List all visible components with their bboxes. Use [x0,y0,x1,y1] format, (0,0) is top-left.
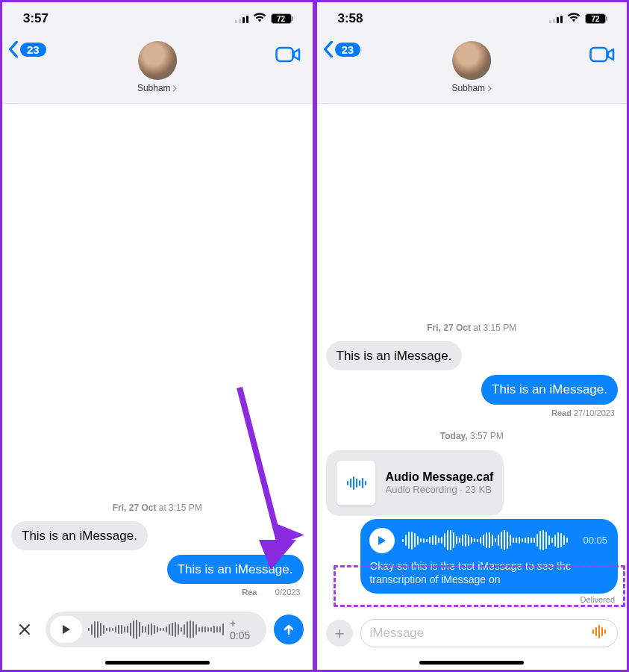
timestamp: Today, 3:57 PM [326,431,619,441]
audio-compose-bar: + 0:05 [2,604,313,670]
cellular-signal-icon [549,14,563,23]
read-receipt: Rea 0/2023 [11,588,301,597]
battery-icon: 72 [585,13,606,24]
message-bubble-outgoing[interactable]: This is an iMessage. [167,555,304,584]
contact-header[interactable]: Subham [137,41,178,93]
navigation-bar: 23 Subham [2,35,313,104]
back-button[interactable]: 23 [323,41,361,57]
timestamp: Fri, 27 Oct at 3:15 PM [11,503,304,513]
svg-rect-0 [276,48,292,61]
status-bar: 3:58 72 [317,2,628,35]
contact-name: Subham [137,83,171,93]
input-placeholder: iMessage [370,626,425,641]
audio-message-bubble[interactable]: 00:05 Okay so this is the test iMessage … [360,519,618,594]
cellular-signal-icon [235,14,248,23]
play-button[interactable] [369,528,395,553]
audio-file-icon [337,461,375,505]
contact-name: Subham [451,83,485,93]
home-indicator[interactable] [419,661,524,665]
battery-icon: 72 [271,13,292,24]
file-details: Audio Recording · 23 KB [386,484,494,495]
navigation-bar: 23 Subham [317,35,628,104]
status-time: 3:58 [338,11,363,26]
wifi-icon [253,11,266,26]
back-button[interactable]: 23 [8,41,46,57]
message-bubble-outgoing[interactable]: This is an iMessage. [481,375,618,404]
waveform-icon [402,529,575,552]
audio-transcript: Okay so this is the test iMessage to see… [369,559,607,586]
unread-badge: 23 [20,43,46,57]
svg-rect-4 [591,48,607,61]
status-time: 3:57 [23,11,48,26]
add-button[interactable]: ＋ [326,620,353,647]
avatar [138,41,177,80]
read-receipt: Read 27/10/2023 [326,408,616,417]
audio-duration: + 0:05 [230,617,258,641]
play-button[interactable] [50,616,82,643]
cancel-button[interactable] [11,616,38,643]
avatar [452,41,491,80]
send-button[interactable] [274,615,304,644]
audio-preview[interactable]: + 0:05 [46,612,266,647]
facetime-button[interactable] [275,41,301,66]
message-bubble-incoming[interactable]: This is an iMessage. [326,341,463,370]
facetime-button[interactable] [589,41,615,66]
unread-badge: 23 [335,43,361,57]
timestamp: Fri, 27 Oct at 3:15 PM [326,323,619,333]
contact-header[interactable]: Subham [451,41,492,93]
file-attachment[interactable]: Audio Message.caf Audio Recording · 23 K… [326,450,504,516]
message-input[interactable]: iMessage [360,619,619,647]
audio-record-icon[interactable] [592,625,608,641]
message-bubble-incoming[interactable]: This is an iMessage. [11,521,148,550]
file-name: Audio Message.caf [386,470,494,484]
delivery-status: Delivered [326,595,616,604]
status-bar: 3:57 72 [2,2,313,35]
audio-duration: 00:05 [583,535,607,546]
wifi-icon [567,11,581,26]
home-indicator[interactable] [105,661,210,665]
waveform-icon [88,619,224,640]
